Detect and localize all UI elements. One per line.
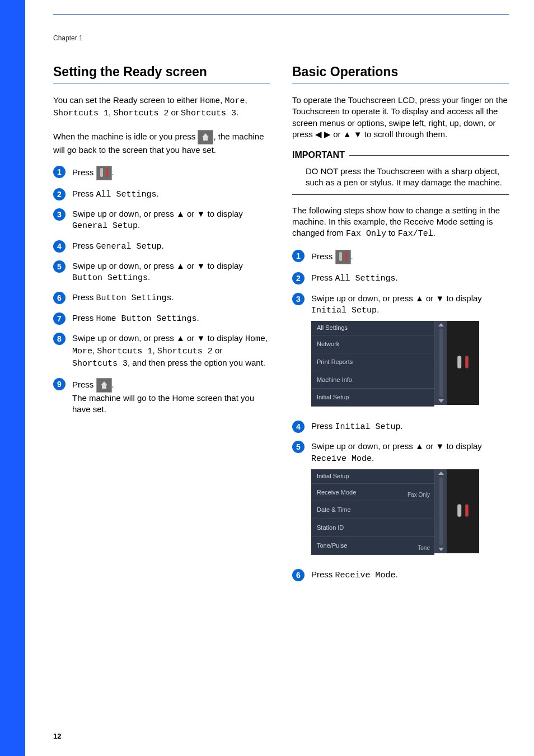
ts-header: Initial Setup <box>311 469 434 484</box>
ts-item-station-id[interactable]: Station ID <box>311 519 434 537</box>
step-number: 5 <box>292 441 305 453</box>
step-number: 3 <box>53 208 65 221</box>
example-intro: The following steps show how to change a… <box>292 205 509 240</box>
ts-tools-panel[interactable] <box>447 469 479 553</box>
scroll-down-icon[interactable] <box>438 548 444 551</box>
page-accent-sidebar <box>0 0 25 756</box>
scroll-down-icon[interactable] <box>438 399 444 403</box>
intro-paragraph: You can set the Ready screen to either H… <box>53 95 270 120</box>
ts-item-network[interactable]: Network <box>311 335 434 353</box>
ts-item-print-reports[interactable]: Print Reports <box>311 353 434 371</box>
header-rule <box>53 14 509 15</box>
settings-icon <box>335 250 351 264</box>
ts-item-machine-info[interactable]: Machine Info. <box>311 371 434 389</box>
idle-paragraph: When the machine is idle or you press , … <box>53 130 270 156</box>
chapter-label: Chapter 1 <box>53 34 509 42</box>
step-number: 6 <box>292 569 305 581</box>
home-icon <box>198 130 213 144</box>
important-box: IMPORTANT DO NOT press the Touchscreen w… <box>292 150 509 195</box>
heading-setting-ready: Setting the Ready screen <box>53 64 270 83</box>
page-number: 12 <box>53 732 61 740</box>
ts-item-initial-setup[interactable]: Initial Setup <box>311 389 434 407</box>
step-number: 4 <box>292 421 305 433</box>
basic-intro: To operate the Touchscreen LCD, press yo… <box>292 95 509 140</box>
steps-list-right: 1 Press . 2 Press All Settings. 3 Swipe … <box>292 250 509 581</box>
tools-icon <box>457 356 469 370</box>
step-number: 1 <box>53 166 65 178</box>
step-number: 9 <box>53 378 65 390</box>
ts-item-date-time[interactable]: Date & Time <box>311 501 434 519</box>
ts-tools-panel[interactable] <box>447 321 479 405</box>
step-number: 3 <box>292 293 305 305</box>
settings-icon <box>96 166 112 180</box>
right-column: Basic Operations To operate the Touchscr… <box>292 64 509 589</box>
step-number: 5 <box>53 260 65 273</box>
home-icon <box>96 378 112 393</box>
scroll-up-icon[interactable] <box>438 472 444 475</box>
left-column: Setting the Ready screen You can set the… <box>53 64 270 589</box>
step-number: 2 <box>292 272 305 284</box>
step-number: 1 <box>292 250 305 262</box>
step-number: 6 <box>53 292 65 304</box>
steps-list-left: 1 Press . 2 Press All Settings. 3 Swipe … <box>53 166 270 415</box>
page-content: Chapter 1 Setting the Ready screen You c… <box>25 0 534 756</box>
step-number: 2 <box>53 188 65 200</box>
ts-header: All Settings <box>311 321 434 335</box>
step-number: 4 <box>53 240 65 253</box>
ts-scrollbar[interactable] <box>434 469 447 553</box>
scroll-up-icon[interactable] <box>438 323 444 326</box>
touchscreen-all-settings: All Settings Network Print Reports Machi… <box>311 321 479 405</box>
ts-item-receive-mode[interactable]: Receive ModeFax Only <box>311 484 434 502</box>
step-number: 8 <box>53 333 65 345</box>
important-body: DO NOT press the Touchscreen with a shar… <box>292 162 509 195</box>
ts-scrollbar[interactable] <box>434 321 447 405</box>
touchscreen-initial-setup: Initial Setup Receive ModeFax Only Date … <box>311 469 479 553</box>
important-title: IMPORTANT <box>292 150 509 160</box>
heading-basic-operations: Basic Operations <box>292 64 509 83</box>
step-number: 7 <box>53 312 65 325</box>
tools-icon <box>457 504 469 518</box>
ts-item-tone-pulse[interactable]: Tone/PulseTone <box>311 537 434 555</box>
